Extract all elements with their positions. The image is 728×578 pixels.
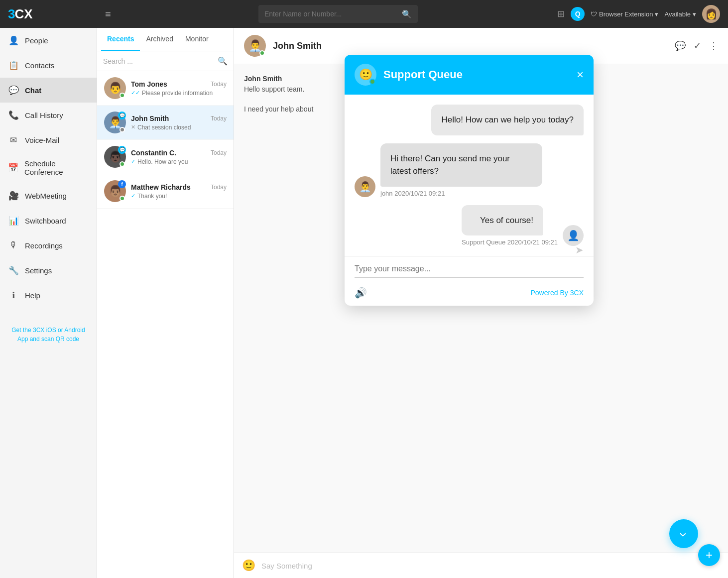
chat-time: Today [211,115,227,122]
platform-badge: 💬 [118,112,126,119]
send-button[interactable]: ➤ [575,244,584,256]
sidebar-item-call-history[interactable]: 📞 Call History [0,103,97,127]
sidebar-item-recordings[interactable]: 🎙 Recordings [0,233,97,258]
message-content: Hi there! Can you send me your latest of… [380,143,571,197]
sidebar-item-contacts[interactable]: 📋 Contacts [0,53,97,78]
logo-area: 3CX [0,6,97,22]
message-sender: John Smith [244,75,282,83]
recordings-icon: 🎙 [8,240,19,251]
chat-contact-name: Tom Jones [131,80,167,88]
search-box: 🔍 [258,5,418,23]
browser-extension-button[interactable]: 🛡 Browser Extension ▾ [591,10,658,18]
chat-preview: ✓✓ Please provide information [131,90,227,97]
support-queue-widget: 🙂 Support Queue × Hello! How can we help… [345,55,594,306]
support-queue-title: Support Queue [383,68,570,81]
switchboard-icon: 📊 [8,215,19,226]
list-item[interactable]: 👨 Tom Jones Today ✓✓ Please provide info… [97,71,234,106]
sidebar-label-contacts: Contacts [25,61,54,70]
support-queue-avatar: 🙂 [355,64,376,86]
tab-monitor[interactable]: Monitor [179,28,215,51]
delivered-icon: ✓✓ [131,90,140,96]
chat-name-row: John Smith Today [131,115,227,122]
call-history-icon: 📞 [8,110,19,120]
list-item[interactable]: 👨🏽 f Matthew Richards Today ✓ Thank you! [97,174,234,209]
settings-icon: 🔧 [8,265,19,276]
chat-search-input[interactable] [103,57,218,65]
search-input[interactable] [264,10,398,18]
sound-button[interactable]: 🔊 [355,287,367,299]
chat-time: Today [211,81,227,88]
sidebar-label-chat: Chat [25,86,41,95]
chat-contact-name: John Smith [131,115,169,122]
sidebar-item-switchboard[interactable]: 📊 Switchboard [0,208,97,233]
tab-recents[interactable]: Recents [101,28,140,51]
online-status-dot [120,93,125,98]
sidebar-item-schedule-conference[interactable]: 📅 Schedule Conference [0,152,97,183]
scroll-down-button[interactable]: › [669,519,698,548]
sidebar-label-recordings: Recordings [25,241,63,250]
sidebar-label-web-meeting: WebMeeting [25,192,67,200]
chat-tabs: Recents Archived Monitor [97,28,234,51]
response-avatar: 👤 [563,225,584,246]
message-bubble: Hi there! Can you send me your latest of… [380,143,542,187]
logo-cx: CX [14,6,32,22]
chat-preview: ✓ Thank you! [131,193,227,200]
chat-header-name: John Smith [273,41,668,51]
available-status-button[interactable]: Available ▾ [664,10,696,18]
chat-list: 👨 Tom Jones Today ✓✓ Please provide info… [97,71,234,578]
away-status-dot [120,127,125,132]
chat-list-panel: Recents Archived Monitor 🔍 👨 Tom Jones T… [97,28,234,578]
check-icon[interactable]: ✓ [694,40,701,51]
logo-3: 3 [8,6,14,22]
chat-search-icon: 🔍 [218,56,228,66]
chat-icon: 💬 [8,85,19,96]
chat-item-info: Tom Jones Today ✓✓ Please provide inform… [131,80,227,97]
schedule-icon: 📅 [8,162,18,173]
close-button[interactable]: × [577,69,584,81]
help-icon: ℹ [8,290,19,301]
chat-icon[interactable]: 💬 [675,40,686,51]
chevron-down-icon: › [677,532,691,537]
sidebar-item-voice-mail[interactable]: ✉ Voice-Mail [0,127,97,152]
more-options-icon[interactable]: ⋮ [709,40,718,51]
message-bubble: Yes of course! [462,205,543,236]
sidebar-label-voice-mail: Voice-Mail [25,136,59,144]
sidebar-label-schedule-conference: Schedule Conference [24,159,89,176]
q-badge[interactable]: Q [571,7,585,21]
online-status-dot [369,79,375,85]
webmeeting-icon: 🎥 [8,190,19,201]
platform-badge: 💬 [118,146,126,154]
sidebar-item-help[interactable]: ℹ Help [0,283,97,308]
chat-preview: ✕ Chat session closed [131,124,227,131]
user-avatar[interactable]: 👩 [702,5,720,23]
sidebar-item-people[interactable]: 👤 People [0,28,97,53]
sidebar-item-web-meeting[interactable]: 🎥 WebMeeting [0,183,97,208]
search-area: 🔍 [119,5,557,23]
list-item[interactable]: 👨‍💼 💬 John Smith Today ✕ Chat session cl… [97,106,234,140]
message-meta: Support Queue 2020/10/21 09:21 [462,238,558,246]
voicemail-icon: ✉ [8,134,19,145]
support-queue-input[interactable] [355,264,584,278]
chat-preview: ✓ Hello. How are you [131,158,227,165]
chat-name-row: Matthew Richards Today [131,183,227,191]
tom-jones-avatar: 👨 [104,77,126,99]
chat-contact-name: Matthew Richards [131,183,191,191]
sidebar-item-settings[interactable]: 🔧 Settings [0,258,97,283]
sidebar-label-switchboard: Switchboard [25,217,66,225]
list-item[interactable]: 👨🏿 💬 Constantin C. Today ✓ Hello. How ar… [97,140,234,174]
new-chat-button[interactable]: + [698,544,720,566]
app-download-link[interactable]: Get the 3CX iOS or Android App and scan … [8,326,89,344]
grid-icon[interactable]: ⊞ [557,8,565,19]
message-item: Yes of course! Support Queue 2020/10/21 … [355,205,584,246]
emoji-button[interactable]: 🙂 [242,559,255,572]
closed-icon: ✕ [131,124,135,130]
menu-button[interactable]: ≡ [97,8,119,20]
sidebar-label-settings: Settings [25,266,52,275]
chat-header-icons: 💬 ✓ ⋮ [675,40,718,51]
sidebar-item-chat[interactable]: 💬 Chat [0,78,97,103]
shield-icon: 🛡 [591,10,597,18]
chat-search-area: 🔍 [97,51,234,71]
online-status-dot [120,161,125,167]
tab-archived[interactable]: Archived [140,28,179,51]
chat-message-input[interactable] [261,562,720,570]
